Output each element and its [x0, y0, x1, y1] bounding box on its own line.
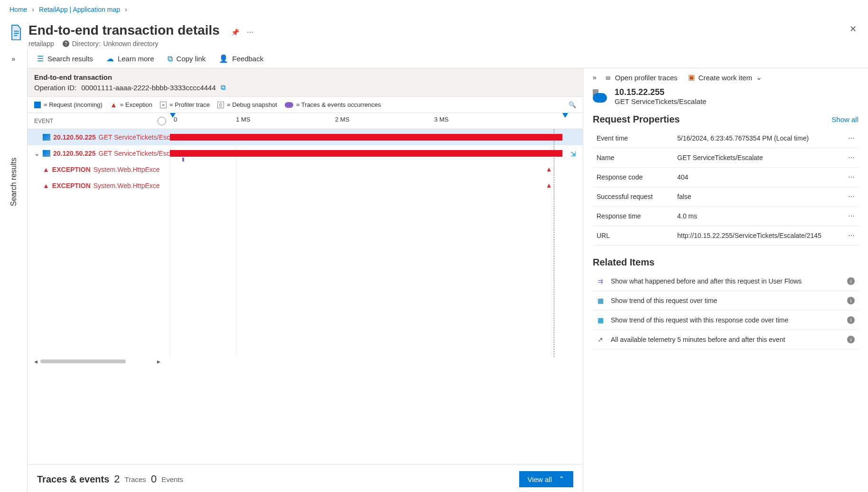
property-row: Event time5/16/2024, 6:23:45.7675354 PM …: [593, 129, 859, 148]
debug-legend-icon: ⎙: [217, 102, 224, 108]
warning-icon: ▲: [43, 182, 49, 189]
telemetry-icon: ↗: [597, 336, 604, 343]
more-icon[interactable]: ⋯: [848, 193, 855, 200]
server-request: GET ServiceTickets/Escalate: [615, 97, 706, 105]
operation-id-value: 00001111-aaaa-2222-bbbb-3333cccc4444: [81, 84, 216, 92]
feedback-icon: 👤: [219, 54, 228, 63]
timeline-row[interactable]: ⌄20.120.50.225GET ServiceTickets/Esc ⇲: [28, 145, 583, 161]
related-item[interactable]: ↗All available telemetry 5 minutes befor…: [593, 330, 859, 350]
close-icon[interactable]: ✕: [849, 24, 857, 34]
timeline-row[interactable]: 20.120.50.225GET ServiceTickets/Esc: [28, 129, 583, 145]
clock-icon[interactable]: [158, 117, 166, 125]
profiler-legend-icon: ≡: [160, 102, 167, 108]
collapse-details-icon[interactable]: »: [593, 74, 597, 81]
search-results-button[interactable]: ☰Search results: [37, 54, 93, 63]
info-icon[interactable]: i: [847, 316, 855, 324]
request-legend-icon: [34, 102, 41, 108]
related-item[interactable]: ⇉Show what happened before and after thi…: [593, 272, 859, 291]
chevron-right-icon: ›: [32, 6, 34, 13]
more-icon[interactable]: ⋯: [848, 212, 855, 220]
horizontal-scrollbar[interactable]: ◂ ▸: [28, 357, 583, 366]
feedback-button[interactable]: 👤Feedback: [219, 54, 263, 63]
copy-opid-icon[interactable]: ⧉: [221, 83, 226, 92]
timeline-row[interactable]: ▲EXCEPTIONSystem.Web.HttpExce ▲: [28, 178, 583, 194]
server-ip: 10.15.22.255: [615, 87, 706, 97]
info-icon[interactable]: i: [847, 297, 855, 304]
directory-value: Unknown directory: [103, 40, 159, 47]
traces-events-footer: Traces & events 2 Traces 0 Events View a…: [28, 464, 583, 492]
timeline-row[interactable]: ▲EXCEPTIONSystem.Web.HttpExce ▲: [28, 161, 583, 178]
pin-icon[interactable]: 📌: [231, 28, 239, 36]
property-row: NameGET ServiceTickets/Escalate⋯: [593, 148, 859, 168]
cloud-icon: ☁: [106, 54, 114, 63]
scroll-thumb[interactable]: [40, 360, 126, 363]
request-bar[interactable]: [170, 134, 562, 141]
exception-marker-icon[interactable]: ▲: [546, 181, 552, 189]
command-bar: ☰Search results ☁Learn more ⧉Copy link 👤…: [28, 49, 868, 68]
copy-icon: ⧉: [168, 55, 173, 63]
more-icon[interactable]: ⋯: [848, 232, 855, 239]
trend-icon: ▦: [597, 316, 604, 324]
property-row: Response time4.0 ms⋯: [593, 207, 859, 226]
chevron-right-icon: ›: [125, 6, 127, 13]
directory-label: Directory:: [72, 40, 101, 47]
trace-occurrence-icon: [182, 158, 184, 161]
related-items-heading: Related Items: [593, 257, 654, 268]
search-icon[interactable]: 🔍: [569, 101, 576, 108]
chevron-down-icon[interactable]: ⌄: [34, 150, 40, 157]
scroll-right-icon[interactable]: ▸: [157, 358, 160, 365]
left-sidebar: » Search results: [0, 49, 28, 492]
scroll-left-icon[interactable]: ◂: [34, 358, 37, 365]
more-icon[interactable]: ⋯: [247, 28, 253, 36]
request-bar[interactable]: [170, 150, 562, 157]
profiler-icon: ≣: [605, 73, 611, 82]
details-pane: » ≣Open profiler traces ▣Create work ite…: [583, 68, 868, 492]
trend-icon: ▦: [597, 297, 604, 304]
exception-marker-icon[interactable]: ▲: [546, 165, 552, 173]
property-row: Successful requestfalse⋯: [593, 187, 859, 207]
userflows-icon: ⇉: [597, 277, 604, 285]
server-icon: [43, 150, 50, 157]
chevron-down-icon: ⌄: [756, 73, 762, 82]
show-all-link[interactable]: Show all: [831, 115, 859, 123]
create-work-item-button[interactable]: ▣Create work item⌄: [688, 73, 762, 82]
more-icon[interactable]: ⋯: [848, 134, 855, 142]
server-icon: [43, 134, 50, 141]
exception-legend-icon: ▲: [110, 101, 117, 109]
breadcrumb: Home › RetailApp | Application map ›: [0, 0, 868, 19]
copy-link-button[interactable]: ⧉Copy link: [168, 55, 206, 63]
time-axis: 0 1 MS 2 MS 3 MS: [170, 113, 583, 129]
event-column-header: EVENT: [34, 118, 53, 124]
property-row: Response code404⋯: [593, 168, 859, 187]
info-icon[interactable]: i: [847, 277, 855, 285]
warning-icon: ▲: [43, 166, 49, 173]
subtitle: retailapp: [28, 40, 54, 47]
breadcrumb-home[interactable]: Home: [9, 6, 27, 13]
cloud-server-icon: [593, 89, 608, 104]
more-icon[interactable]: ⋯: [848, 154, 855, 161]
list-icon: ☰: [37, 54, 44, 63]
request-properties-heading: Request Properties: [593, 114, 680, 125]
page-header: End-to-end transaction details 📌 ⋯ retai…: [0, 19, 868, 49]
legend: = Request (incoming) ▲= Exception ≡= Pro…: [28, 97, 583, 113]
workitem-icon: ▣: [688, 73, 695, 82]
operation-id-label: Operation ID:: [34, 84, 76, 92]
help-icon[interactable]: ?: [63, 40, 69, 47]
related-item[interactable]: ▦Show trend of this request with this re…: [593, 311, 859, 330]
range-end-marker[interactable]: [562, 113, 568, 118]
breadcrumb-appmap[interactable]: RetailApp | Application map: [39, 6, 120, 13]
page-title: End-to-end transaction details: [28, 23, 220, 38]
link-icon[interactable]: ⇲: [570, 150, 576, 158]
expand-sidebar-icon[interactable]: »: [12, 55, 16, 63]
sidebar-search-results[interactable]: Search results: [9, 158, 18, 206]
property-row: URLhttp://10.15.22.255/ServiceTickets/Es…: [593, 226, 859, 246]
view-all-button[interactable]: View all⌃: [519, 471, 573, 487]
open-profiler-button[interactable]: ≣Open profiler traces: [605, 73, 678, 82]
related-item[interactable]: ▦Show trend of this request over timei: [593, 291, 859, 311]
chevron-up-icon: ⌃: [559, 475, 565, 483]
transaction-title: End-to-end transaction: [34, 73, 576, 81]
learn-more-button[interactable]: ☁Learn more: [106, 54, 154, 63]
info-icon[interactable]: i: [847, 336, 855, 343]
more-icon[interactable]: ⋯: [848, 173, 855, 181]
timeline-pane: End-to-end transaction Operation ID: 000…: [28, 68, 583, 492]
